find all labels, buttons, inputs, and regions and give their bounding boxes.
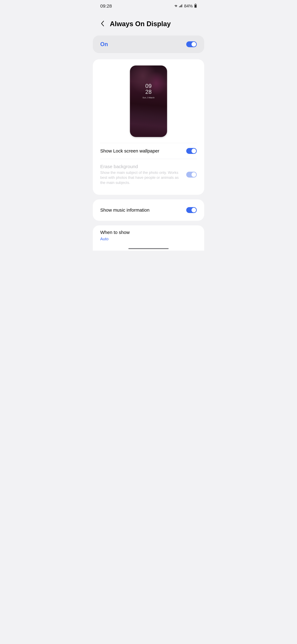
back-button[interactable] [100,20,105,27]
battery-percentage: 84% [184,4,193,8]
svg-point-0 [176,6,177,7]
preview-minute: 28 [145,89,152,95]
status-icons: 84% [174,4,197,8]
toggle-knob [192,172,196,177]
when-to-show-label: When to show [100,230,197,235]
svg-rect-2 [180,6,180,7]
toggle-knob [192,208,196,212]
preview-date: Sun, 3 March [142,96,154,99]
status-time: 09:28 [100,4,112,9]
erase-background-toggle [186,172,197,178]
when-to-show-row[interactable]: When to show Auto [93,226,204,251]
erase-background-label: Erase background [100,164,181,169]
show-wallpaper-label: Show Lock screen wallpaper [100,148,159,154]
aod-preview[interactable]: 09 28 Sun, 3 March [130,66,167,137]
when-to-show-value: Auto [100,236,197,241]
show-music-row[interactable]: Show music information [100,202,197,218]
show-music-toggle[interactable] [186,207,197,213]
svg-rect-1 [179,6,180,7]
preview-hour: 09 [145,83,152,89]
home-indicator[interactable] [128,248,169,249]
master-toggle-row[interactable]: On [93,36,204,53]
show-music-label: Show music information [100,208,149,213]
header: Always On Display [93,12,204,36]
status-bar: 09:28 84% [93,0,204,12]
preview-clock: 09 28 [145,83,152,95]
page-title: Always On Display [110,20,171,28]
music-card: Show music information [93,200,204,221]
svg-rect-7 [195,5,196,8]
preview-card: 09 28 Sun, 3 March Show Lock screen wall… [93,59,204,195]
battery-icon [194,4,197,8]
signal-icon [179,4,183,8]
show-wallpaper-toggle[interactable] [186,148,197,154]
erase-background-sub: Show the main subject of the photo only.… [100,170,181,185]
master-toggle-label: On [100,41,108,48]
svg-rect-4 [182,4,182,7]
svg-rect-3 [181,5,181,7]
wifi-icon [174,4,178,8]
show-wallpaper-row[interactable]: Show Lock screen wallpaper [100,143,197,159]
erase-background-row: Erase background Show the main subject o… [100,159,197,190]
toggle-knob [192,42,196,46]
toggle-knob [192,148,196,153]
master-toggle[interactable] [186,41,197,47]
